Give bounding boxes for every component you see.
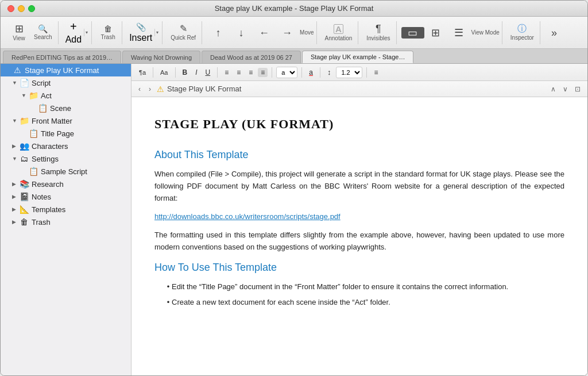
- minimize-button[interactable]: [18, 5, 25, 12]
- sidebar-item-notes[interactable]: ▶ 📓 Notes: [1, 190, 131, 203]
- move-down-icon: ↓: [239, 28, 244, 38]
- sidebar-arrow-research: ▶: [12, 181, 18, 187]
- search-icon: 🔍: [38, 25, 48, 33]
- sidebar-arrow-script: ▼: [12, 80, 18, 86]
- align-left-button[interactable]: ≡: [222, 68, 231, 77]
- inspector-button[interactable]: ⓘ Inspector: [507, 23, 537, 42]
- tab-stageplay-label: Stage play UK example - Stage…: [311, 53, 405, 60]
- viewmode-single-icon: ▭: [408, 28, 417, 38]
- align-justify-button[interactable]: ≡: [258, 68, 268, 77]
- align-right-button[interactable]: ≡: [246, 68, 256, 77]
- sidebar-label-script: Script: [32, 79, 51, 87]
- sidebar-label-act: Act: [41, 91, 52, 100]
- tab-waving[interactable]: Waving Not Drowning: [122, 51, 200, 63]
- viewmode-outline-button[interactable]: ☰: [447, 26, 470, 39]
- format-divider-3: [217, 67, 218, 78]
- sidebar-label-trash: Trash: [32, 218, 51, 227]
- sidebar-item-templates[interactable]: ▶ 📐 Templates: [1, 203, 131, 216]
- sidebar-item-characters[interactable]: ▶ 👥 Characters: [1, 140, 131, 152]
- sidebar-item-scene[interactable]: ▶ 📋 Scene: [1, 102, 131, 114]
- view-icon: ⊞: [15, 24, 24, 34]
- line-height-icon: ↕: [324, 67, 334, 77]
- nav-up-button[interactable]: ∧: [548, 84, 558, 94]
- sidebar-item-trash[interactable]: ▶ 🗑 Trash: [1, 216, 131, 228]
- sidebar-item-settings[interactable]: ▼ 🗂 Settings: [1, 152, 131, 165]
- viewmode-split-icon: ⊞: [431, 28, 440, 38]
- tab-redpen-label: RedPen EDITING Tips as at 2019…: [11, 54, 113, 61]
- sidebar-item-act[interactable]: ▼ 📁 Act: [1, 89, 131, 102]
- research-icon: 📚: [20, 179, 29, 189]
- folder-icon-act: 📁: [29, 91, 38, 100]
- sidebar-label-settings: Settings: [32, 155, 59, 163]
- move-down-button[interactable]: ↓: [230, 26, 253, 39]
- inspector-label: Inspector: [510, 34, 534, 41]
- trash-button[interactable]: 🗑 Trash: [96, 24, 119, 41]
- insert-group: 📎 Insert ▾: [125, 21, 163, 44]
- italic-button[interactable]: I: [192, 68, 200, 77]
- trash-icon: 🗑: [104, 25, 112, 33]
- sidebar-item-research[interactable]: ▶ 📚 Research: [1, 178, 131, 190]
- more-button[interactable]: »: [543, 26, 566, 39]
- view-button[interactable]: ⊞ View: [7, 22, 30, 43]
- insert-arrow[interactable]: ▾: [154, 29, 160, 36]
- invisibles-group: ¶ Invisibles: [361, 21, 396, 44]
- move-left-icon: ←: [259, 28, 269, 38]
- viewmode-single-button[interactable]: ▭: [401, 27, 424, 39]
- nav-fullscreen-button[interactable]: ⊡: [572, 84, 583, 94]
- doc-icon-samplescript: 📋: [29, 167, 38, 176]
- warning-icon: ⚠: [13, 66, 22, 75]
- add-main-button[interactable]: + Add: [63, 19, 84, 46]
- window-title: Stage play UK example - Stage Play UK Fo…: [7, 4, 581, 13]
- format-divider-1: [153, 67, 153, 78]
- sidebar-arrow-notes: ▶: [12, 194, 18, 199]
- bold-button[interactable]: B: [180, 68, 191, 77]
- para-style-button[interactable]: ¶a: [136, 68, 149, 76]
- tab-stageplay[interactable]: Stage play UK example - Stage…: [302, 51, 413, 63]
- style-select[interactable]: a: [276, 67, 297, 78]
- line-height-select[interactable]: 1.2: [336, 67, 362, 78]
- sidebar-item-sample-script[interactable]: ▶ 📋 Sample Script: [1, 165, 131, 178]
- add-arrow[interactable]: ▾: [84, 29, 89, 36]
- add-icon: +: [70, 20, 77, 33]
- close-button[interactable]: [7, 5, 14, 12]
- tab-deadwood-label: Dead Wood as at 2019 06 27: [210, 54, 292, 61]
- nav-down-button[interactable]: ∨: [560, 84, 570, 94]
- sidebar-item-front-matter[interactable]: ▼ 📁 Front Matter: [1, 114, 131, 127]
- doc-nav-title-text: Stage Play UK Format: [167, 85, 241, 93]
- bbc-link[interactable]: http://downloads.bbc.co.uk/writersroom/s…: [154, 212, 341, 221]
- toolbar: ⊞ View 🔍 Search + Add ▾ 🗑 Trash 📎 Insert: [1, 17, 587, 49]
- section2-title: How To Use This Template: [154, 260, 564, 275]
- doc-nav-title: ⚠ Stage Play UK Format: [157, 85, 241, 94]
- list-button[interactable]: ≡: [371, 68, 381, 77]
- move-left-button[interactable]: ←: [253, 26, 276, 39]
- tab-redpen[interactable]: RedPen EDITING Tips as at 2019…: [3, 51, 121, 63]
- tab-deadwood[interactable]: Dead Wood as at 2019 06 27: [202, 51, 301, 63]
- annotation-button[interactable]: A Annotation: [322, 23, 356, 43]
- add-split-button[interactable]: + Add ▾: [63, 19, 89, 46]
- insert-main-button[interactable]: 📎 Insert: [127, 21, 154, 44]
- sidebar-item-stage-play-uk-format[interactable]: ⚠ Stage Play UK Format: [1, 64, 131, 76]
- maximize-button[interactable]: [28, 5, 35, 12]
- align-center-button[interactable]: ≡: [234, 68, 243, 77]
- insert-split-button[interactable]: 📎 Insert ▾: [127, 21, 160, 44]
- quickref-group: ✎ Quick Ref: [165, 21, 202, 44]
- underline-button[interactable]: U: [203, 68, 214, 77]
- search-button[interactable]: 🔍 Search: [30, 24, 56, 41]
- format-divider-7: [366, 67, 367, 78]
- templates-icon: 📐: [20, 205, 29, 214]
- viewmode-split-button[interactable]: ⊞: [424, 26, 447, 39]
- characters-icon: 👥: [20, 141, 29, 151]
- font-size-button[interactable]: Aa: [157, 68, 171, 76]
- viewmode-label: View Mode: [471, 29, 500, 36]
- move-right-button[interactable]: →: [276, 26, 299, 39]
- nav-forward-button[interactable]: ›: [146, 84, 153, 94]
- nav-back-button[interactable]: ‹: [136, 84, 143, 94]
- sidebar-item-script[interactable]: ▼ 📄 Script: [1, 76, 131, 89]
- quickref-button[interactable]: ✎ Quick Ref: [167, 23, 199, 42]
- move-up-button[interactable]: ↑: [207, 26, 230, 39]
- traffic-lights: [7, 5, 35, 12]
- quickref-label: Quick Ref: [171, 34, 196, 41]
- invisibles-button[interactable]: ¶ Invisibles: [363, 22, 393, 43]
- font-color-button[interactable]: a: [306, 68, 316, 77]
- sidebar-item-title-page[interactable]: ▶ 📋 Title Page: [1, 127, 131, 140]
